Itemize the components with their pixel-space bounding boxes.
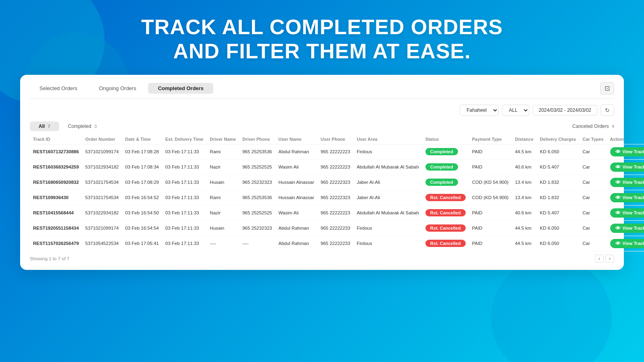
cell-action: 👁 View Tracking — [607, 159, 644, 175]
cell-order-number: 5371022934182 — [82, 159, 122, 175]
subtabs-row: All 7 Completed 3 Canceled Orders 4 — [30, 121, 614, 131]
col-user-phone: User Phone — [318, 134, 354, 144]
cell-track-id: REST1680650920832 — [30, 175, 82, 190]
col-car-types: Car Types — [579, 134, 607, 144]
view-tracking-button[interactable]: 👁 View Tracking — [610, 178, 644, 187]
view-tracking-label: View Tracking — [623, 210, 644, 215]
cell-est-delivery: 03 Feb 17:11:33 — [162, 144, 207, 159]
cell-status: Rst. Cancelled — [422, 236, 469, 251]
status-badge: Completed — [425, 148, 458, 155]
col-driver-name: Driver Name — [206, 134, 239, 144]
view-tracking-button[interactable]: 👁 View Tracking — [610, 193, 644, 202]
view-tracking-button[interactable]: 👁 View Tracking — [610, 208, 644, 218]
table-row: REST10415568444 5371022934182 03 Feb 16:… — [30, 205, 644, 220]
col-distance: Distance — [512, 134, 537, 144]
cell-track-id: REST109936430 — [30, 190, 82, 205]
col-action: Action — [607, 134, 644, 144]
refresh-button[interactable]: ↻ — [601, 105, 614, 116]
view-tracking-button[interactable]: 👁 View Tracking — [610, 239, 644, 248]
cell-status: Completed — [422, 159, 469, 175]
cell-track-id: REST10415568444 — [30, 205, 82, 220]
cell-delivery-charges: KD 1.832 — [537, 175, 579, 190]
cell-payment-type: PAID — [469, 159, 512, 175]
subtab-completed[interactable]: Completed 3 — [59, 121, 106, 131]
cell-user-phone: 965 22222323 — [318, 175, 354, 190]
cell-delivery-charges: KD 5.407 — [537, 159, 579, 175]
main-card: Selected Orders Ongoing Orders Completed… — [20, 75, 624, 270]
cell-user-area: Abdullah Al Mubarak Al Sabah — [353, 205, 422, 220]
cell-driver-name: ---- — [206, 236, 239, 251]
tab-completed-orders[interactable]: Completed Orders — [148, 83, 213, 94]
page-title: TRACK ALL COMPLETED ORDERS AND FILTER TH… — [0, 15, 644, 64]
col-status: Status — [422, 134, 469, 144]
subtab-all[interactable]: All 7 — [30, 121, 59, 131]
col-user-name: User Name — [275, 134, 318, 144]
cell-status: Rst. Cancelled — [422, 205, 469, 220]
cell-payment-type: PAID — [469, 236, 512, 251]
cell-order-number: 5371054522534 — [82, 236, 122, 251]
cell-track-id: REST1157026256479 — [30, 236, 82, 251]
cell-payment-type: COD (KD 54.900) — [469, 175, 512, 190]
cell-action: 👁 View Tracking — [607, 175, 644, 190]
type-filter[interactable]: ALL — [502, 105, 529, 116]
cell-status: Rst. Cancelled — [422, 220, 469, 236]
cell-car-types: Car — [579, 175, 607, 190]
col-track-id: Track ID — [30, 134, 82, 144]
cell-driver-name: Nazir — [206, 205, 239, 220]
cell-date-time: 03 Feb 17:08:29 — [122, 175, 162, 190]
view-tracking-label: View Tracking — [623, 165, 644, 169]
cell-date-time: 03 Feb 17:08:28 — [122, 144, 162, 159]
cell-user-phone: 965 22222223 — [318, 159, 354, 175]
cell-user-name: Abdul Rahman — [275, 220, 318, 236]
export-button[interactable]: ⊡ — [600, 82, 614, 95]
cell-car-types: Car — [579, 205, 607, 220]
view-tracking-button[interactable]: 👁 View Tracking — [610, 162, 644, 172]
view-tracking-button[interactable]: 👁 View Tracking — [610, 147, 644, 156]
title-line1: TRACK ALL COMPLETED ORDERS — [0, 15, 644, 39]
view-tracking-button[interactable]: 👁 View Tracking — [610, 224, 644, 233]
orders-table: Track ID Order Number Date & Time Est. D… — [30, 134, 644, 251]
cell-date-time: 03 Feb 16:54:54 — [122, 220, 162, 236]
cell-order-number: 5371021099174 — [82, 220, 122, 236]
cell-user-phone: 965 22222323 — [318, 190, 354, 205]
col-date-time: Date & Time — [122, 134, 162, 144]
cell-action: 👁 View Tracking — [607, 144, 644, 159]
cell-order-number: 5371021754534 — [82, 190, 122, 205]
eye-icon: 👁 — [615, 210, 621, 216]
cell-est-delivery: 03 Feb 17:11:33 — [162, 175, 207, 190]
cell-car-types: Car — [579, 159, 607, 175]
cell-user-name: Hussain Alnassar — [275, 175, 318, 190]
location-filter[interactable]: Fahaheel — [460, 105, 499, 116]
tab-selected-orders[interactable]: Selected Orders — [30, 83, 87, 94]
cell-user-name: Wasim Ali — [275, 159, 318, 175]
cell-user-area: Jaber Al-Ali — [353, 190, 422, 205]
cell-driver-phone: 965 25252525 — [239, 159, 275, 175]
cell-action: 👁 View Tracking — [607, 236, 644, 251]
tab-ongoing-orders[interactable]: Ongoing Orders — [89, 83, 146, 94]
view-tracking-label: View Tracking — [623, 241, 644, 246]
status-badge: Completed — [425, 179, 458, 186]
cell-driver-name: Rami — [206, 144, 239, 159]
cell-date-time: 03 Feb 17:08:34 — [122, 159, 162, 175]
table-row: REST1157026256479 5371054522534 03 Feb 1… — [30, 236, 644, 251]
cell-driver-phone: 965 25252525 — [239, 205, 275, 220]
subtab-canceled[interactable]: Canceled Orders 4 — [572, 123, 614, 129]
prev-page-button[interactable]: ‹ — [595, 255, 604, 263]
cell-driver-name: Husain — [206, 220, 239, 236]
col-delivery-charges: Delivery Charges — [537, 134, 579, 144]
date-range-button[interactable]: 2024/03/02 - 2024/03/02 — [533, 105, 597, 115]
next-page-button[interactable]: › — [605, 255, 614, 263]
cell-delivery-charges: KD 5.407 — [537, 205, 579, 220]
cell-order-number: 5371022934182 — [82, 205, 122, 220]
cell-user-area: Firdous — [353, 220, 422, 236]
cell-track-id: REST1920551158434 — [30, 220, 82, 236]
cell-user-area: Jaber Al-Ali — [353, 175, 422, 190]
cell-payment-type: COD (KD 54.900) — [469, 190, 512, 205]
cell-status: Rst. Cancelled — [422, 190, 469, 205]
cell-action: 👁 View Tracking — [607, 205, 644, 220]
cell-order-number: 5371021099174 — [82, 144, 122, 159]
view-tracking-label: View Tracking — [623, 195, 644, 200]
cell-user-area: Firdous — [353, 236, 422, 251]
cell-payment-type: PAID — [469, 144, 512, 159]
cell-distance: 40.6 km — [512, 205, 537, 220]
